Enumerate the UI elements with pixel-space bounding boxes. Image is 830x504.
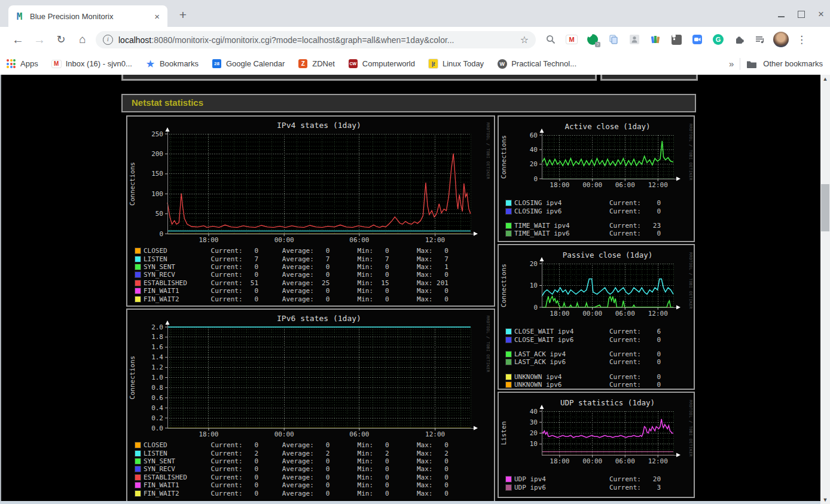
svg-text:Active close (1day): Active close (1day)	[565, 122, 651, 131]
bookmark-zdnet[interactable]: ZZDNet	[298, 59, 335, 69]
legend-row-closed: CLOSED Current: 0 Average: 0 Min: 0 Max:…	[135, 247, 494, 255]
reload-icon[interactable]: ↻	[51, 30, 71, 49]
wordpress-icon: W	[497, 59, 507, 69]
bookmark-wordpress[interactable]: WPractical Technol...	[497, 59, 576, 69]
maximize-icon[interactable]	[798, 11, 805, 18]
svg-text:40: 40	[530, 408, 538, 416]
other-bookmarks-label[interactable]: Other bookmarks	[763, 59, 823, 68]
svg-text:0: 0	[533, 175, 538, 183]
svg-text:0.6: 0.6	[151, 394, 163, 402]
grammarly-extension-icon[interactable]: G	[710, 32, 726, 47]
bookmark-linuxtoday[interactable]: |tLinux Today	[428, 59, 484, 69]
bookmark-star-icon[interactable]: ☆	[520, 34, 529, 45]
svg-text:M: M	[17, 11, 23, 22]
svg-text:200: 200	[151, 150, 163, 158]
legend-row-closed: CLOSED Current: 0 Average: 0 Min: 0 Max:…	[135, 441, 494, 449]
books-extension-icon[interactable]	[648, 32, 663, 47]
ipv6-states-graph: 0.00.20.40.60.81.01.21.41.61.82.018:0000…	[127, 312, 494, 441]
copy-extension-icon[interactable]	[606, 32, 621, 47]
voice-extension-icon[interactable]: ?	[585, 32, 600, 47]
chart-passive_close: 0102018:0000:0006:0012:00Passive close (…	[500, 249, 692, 323]
gmail-extension-icon[interactable]: M	[564, 32, 579, 47]
bookmark-items: AppsMInbox (16) - sjvn0...★Bookmarks28Go…	[6, 59, 590, 69]
svg-text:RRDTOOL / TOBI OETIKER: RRDTOOL / TOBI OETIKER	[688, 124, 692, 181]
browser-tab[interactable]: M Blue Precision Monitorix ×	[8, 5, 167, 27]
active-close-graph: 020406018:0000:0006:0012:00Active close …	[499, 120, 694, 194]
person-extension-icon[interactable]	[627, 32, 642, 47]
svg-text:250: 250	[151, 130, 163, 138]
svg-text:00:00: 00:00	[582, 310, 602, 317]
legend-row-time_wait-ipv6: TIME_WAIT ipv6 Current: 0	[506, 230, 694, 237]
legend-row-udp-ipv6: UDP ipv6 Current: 3	[506, 483, 694, 491]
legend-row-established: ESTABLISHED Current: 0 Average: 0 Min: 0…	[135, 474, 494, 481]
scrollbar-thumb[interactable]	[821, 184, 829, 231]
zoom-extension-icon[interactable]	[689, 32, 705, 47]
legend-row-closing-ipv6: CLOSING ipv6 Current: 0	[506, 207, 694, 215]
legend-swatch	[135, 451, 141, 456]
legend-swatch	[506, 209, 511, 214]
legend-swatch	[135, 466, 141, 472]
svg-text:Passive close (1day): Passive close (1day)	[563, 251, 653, 259]
bookmark-apps[interactable]: Apps	[6, 59, 38, 69]
legend-row-syn_sent: SYN_SENT Current: 0 Average: 0 Min: 0 Ma…	[135, 263, 494, 271]
new-tab-button[interactable]: +	[175, 7, 191, 24]
tab-close-icon[interactable]: ×	[152, 11, 161, 22]
svg-text:0: 0	[533, 304, 538, 311]
back-icon[interactable]: ←	[8, 30, 28, 49]
playlist-extension-icon[interactable]	[752, 32, 768, 47]
svg-text:12:00: 12:00	[425, 430, 445, 438]
scrollbar[interactable]: ▲ ▼	[820, 75, 830, 504]
legend-row-time_wait-ipv4: TIME_WAIT ipv4 Current: 23	[506, 222, 694, 230]
panel-udp-statistics: 1020304018:0000:0006:0012:00UDP statisti…	[498, 392, 695, 498]
svg-text:30: 30	[530, 419, 538, 426]
svg-text:2.0: 2.0	[151, 323, 163, 331]
udp-statistics-graph: 1020304018:0000:0006:0012:00UDP statisti…	[499, 396, 694, 471]
svg-text:0: 0	[159, 230, 163, 238]
menu-icon[interactable]: ⋮	[794, 33, 809, 46]
svg-text:06:00: 06:00	[615, 310, 635, 317]
window-left-edge	[0, 75, 1, 504]
legend-swatch	[135, 297, 141, 302]
profile-avatar[interactable]	[773, 32, 789, 47]
legend-swatch	[506, 352, 511, 357]
minimize-icon[interactable]	[778, 16, 785, 17]
svg-text:06:00: 06:00	[349, 236, 369, 244]
section-title: Netstat statistics	[132, 97, 203, 108]
svg-text:06:00: 06:00	[615, 181, 635, 189]
url-path: :8080/monitorix-cgi/monitorix.cgi?mode=l…	[151, 35, 454, 45]
bookmark-star[interactable]: ★Bookmarks	[145, 59, 199, 69]
scroll-down-icon[interactable]: ▼	[820, 496, 830, 504]
svg-text:Listen: Listen	[500, 421, 508, 445]
svg-text:06:00: 06:00	[615, 457, 635, 465]
bookmark-gmail[interactable]: MInbox (16) - sjvn0...	[51, 59, 132, 69]
legend-swatch	[135, 288, 141, 294]
forward-icon[interactable]: →	[30, 30, 49, 49]
tab-title: Blue Precision Monitorix	[30, 12, 152, 21]
window-bottom-edge	[0, 501, 820, 504]
legend-swatch	[506, 200, 511, 206]
legend-row-syn_recv: SYN_RECV Current: 0 Average: 0 Min: 0 Ma…	[135, 465, 494, 473]
url-text[interactable]: localhost:8080/monitorix-cgi/monitorix.c…	[118, 35, 515, 45]
svg-text:1.4: 1.4	[151, 353, 163, 361]
passive-close-graph: 0102018:0000:0006:0012:00Passive close (…	[499, 249, 694, 323]
bookmarks-overflow-icon[interactable]: »	[729, 59, 734, 69]
apps-icon	[6, 59, 16, 69]
address-bar[interactable]: i localhost:8080/monitorix-cgi/monitorix…	[96, 31, 536, 48]
svg-text:Connections: Connections	[500, 264, 508, 307]
close-window-icon[interactable]: ×	[818, 10, 824, 19]
chart-udp_statistics: 1020304018:0000:0006:0012:00UDP statisti…	[500, 396, 692, 471]
bookmark-calendar[interactable]: 28Google Calendar	[212, 59, 285, 69]
home-icon[interactable]: ⌂	[73, 30, 92, 49]
legend-row-udp-ipv4: UDP ipv4 Current: 20	[506, 475, 694, 483]
bookmark-cw[interactable]: CWComputerworld	[348, 59, 415, 69]
site-info-icon[interactable]: i	[103, 35, 113, 45]
svg-text:RRDTOOL / TOBI OETIKER: RRDTOOL / TOBI OETIKER	[688, 252, 692, 309]
svg-text:00:00: 00:00	[274, 430, 294, 438]
puzzle-extension-icon[interactable]	[731, 32, 747, 47]
legend-row-listen: LISTEN Current: 2 Average: 2 Min: 2 Max:…	[135, 449, 494, 457]
legend-row-unknown-ipv6: UNKNOWN ipv6 Current: 0	[506, 381, 694, 389]
keep-extension-icon[interactable]	[669, 32, 684, 47]
folder-icon	[746, 60, 757, 68]
search-extension-icon[interactable]	[543, 32, 559, 47]
scroll-up-icon[interactable]: ▲	[820, 75, 830, 83]
